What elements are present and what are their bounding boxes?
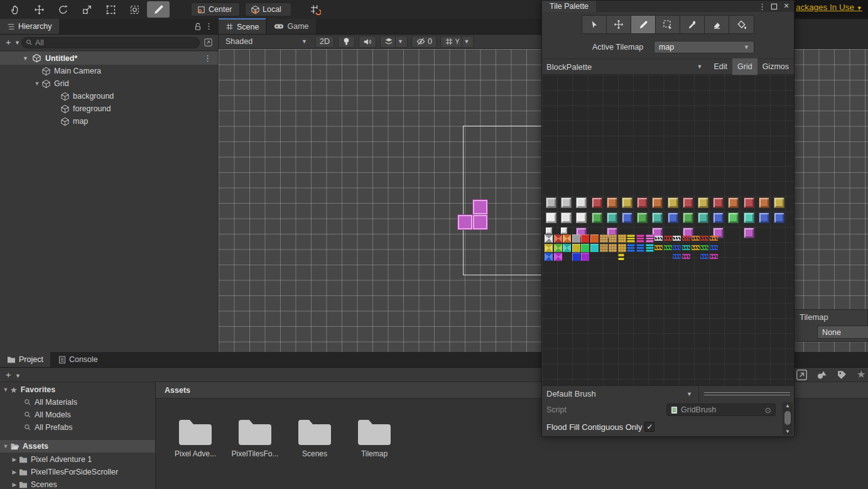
close-icon[interactable]: ×: [784, 1, 789, 11]
create-asset-button[interactable]: ＋: [4, 370, 13, 381]
palette-tile[interactable]: [545, 244, 553, 252]
hand-tool-button[interactable]: [4, 1, 26, 18]
scene-expander-icon[interactable]: ▼: [23, 55, 28, 62]
palette-tile[interactable]: [713, 212, 724, 223]
scene-lighting-button[interactable]: [338, 36, 355, 48]
painted-tile[interactable]: [458, 215, 472, 229]
move-tool-button[interactable]: [28, 1, 50, 18]
palette-tile[interactable]: [759, 212, 769, 223]
palette-tile[interactable]: [744, 228, 754, 238]
scrollbar-thumb[interactable]: [784, 411, 791, 425]
palette-tile[interactable]: [652, 197, 663, 208]
palette-tile[interactable]: [728, 197, 739, 208]
palette-tile[interactable]: [554, 253, 562, 261]
palette-tile[interactable]: [592, 197, 602, 208]
tab-console[interactable]: Console: [52, 352, 105, 367]
palette-tile[interactable]: [698, 197, 708, 208]
palette-tile[interactable]: [545, 234, 553, 243]
palette-tile[interactable]: [636, 234, 644, 243]
palette-tile[interactable]: [546, 228, 552, 234]
scene-grid-settings-button[interactable]: Y ▼: [440, 36, 474, 48]
scene-visibility-button[interactable]: 0: [411, 36, 437, 48]
palette-tile[interactable]: [664, 236, 672, 241]
palette-tile[interactable]: [572, 253, 580, 261]
favorites-star-icon[interactable]: ★: [857, 368, 865, 380]
tile-palette-title-tab[interactable]: Tile Palette: [542, 1, 596, 12]
palette-tile[interactable]: [607, 212, 617, 223]
hierarchy-item-main-camera[interactable]: Main Camera: [0, 65, 218, 77]
palette-paint-tool[interactable]: [631, 16, 656, 33]
palette-tile[interactable]: [600, 244, 608, 252]
painted-tile[interactable]: [473, 200, 487, 214]
palette-tile[interactable]: [774, 197, 784, 208]
palette-tile[interactable]: [673, 245, 681, 250]
palette-tile[interactable]: [646, 234, 654, 243]
tile-palette-grid[interactable]: [542, 75, 794, 385]
palette-tile[interactable]: [622, 212, 632, 223]
palette-tile[interactable]: [700, 236, 708, 241]
palette-tile[interactable]: [759, 197, 769, 208]
tree-all-materials[interactable]: All Materials: [0, 396, 155, 409]
palette-tile[interactable]: [682, 245, 690, 250]
effects-dropdown-icon[interactable]: ▼: [398, 38, 403, 45]
palette-box-fill-tool[interactable]: [656, 16, 680, 33]
palette-tile[interactable]: [600, 234, 608, 243]
tile-palette-titlebar[interactable]: Tile Palette ⋮ ×: [542, 1, 794, 12]
transform-tool-button[interactable]: [123, 1, 146, 18]
script-object-field[interactable]: GridBrush ⊙: [666, 404, 776, 416]
palette-tile[interactable]: [581, 253, 589, 261]
tab-project[interactable]: Project: [0, 352, 50, 367]
add-dropdown-icon[interactable]: ▼: [14, 40, 20, 46]
palette-tile[interactable]: [609, 244, 617, 252]
filter-by-label-icon[interactable]: [837, 370, 847, 380]
palette-tile[interactable]: [668, 197, 678, 208]
palette-tile[interactable]: [637, 212, 648, 223]
tree-all-prefabs[interactable]: All Prefabs: [0, 421, 155, 434]
palette-tile[interactable]: [554, 234, 562, 243]
palette-tile[interactable]: [692, 245, 700, 250]
palette-tile[interactable]: [618, 244, 626, 252]
hierarchy-item-map[interactable]: map: [0, 115, 218, 128]
shading-mode-dropdown[interactable]: Shaded ▼: [221, 36, 312, 48]
tree-all-models[interactable]: All Models: [0, 409, 155, 421]
palette-tile[interactable]: [636, 244, 644, 252]
palette-tile[interactable]: [744, 197, 754, 208]
palette-picker-tool[interactable]: [680, 16, 705, 33]
tree-favorites[interactable]: ▼★Favorites: [0, 383, 155, 396]
palette-tile[interactable]: [563, 234, 571, 243]
tree-pixeltilesforsidescroller[interactable]: ▶PixelTilesForSideScroller: [0, 466, 155, 478]
palette-tile[interactable]: [713, 197, 724, 208]
tab-scene[interactable]: Scene: [219, 18, 266, 34]
palette-tile[interactable]: [561, 197, 572, 208]
rotate-tool-button[interactable]: [52, 1, 74, 18]
hierarchy-item-grid[interactable]: ▼Grid: [0, 77, 218, 90]
palette-tile[interactable]: [652, 212, 663, 223]
palette-tile[interactable]: [546, 212, 556, 223]
asset-folder-pixeltilesfo[interactable]: PixelTilesFo...: [228, 415, 282, 458]
palette-tile[interactable]: [646, 244, 654, 252]
palette-tile[interactable]: [622, 197, 632, 208]
scale-tool-button[interactable]: [75, 1, 98, 18]
tree-pixel-adventure-1[interactable]: ▶Pixel Adventure 1: [0, 453, 155, 466]
brush-dropdown[interactable]: Default Brush: [546, 389, 596, 398]
palette-tile[interactable]: [576, 212, 587, 223]
palette-tile[interactable]: [774, 212, 784, 223]
rect-tool-button[interactable]: [99, 1, 122, 18]
hierarchy-menu-icon[interactable]: ⋮: [205, 21, 213, 31]
palette-tile[interactable]: [627, 234, 635, 243]
palette-tile[interactable]: [609, 234, 617, 243]
palette-tile[interactable]: [682, 254, 690, 259]
palette-select-tool[interactable]: [582, 16, 607, 33]
filter-by-type-icon[interactable]: [816, 370, 828, 380]
palette-tile[interactable]: [563, 244, 571, 252]
open-in-window-icon[interactable]: [203, 38, 213, 47]
palette-tile[interactable]: [744, 212, 754, 223]
palette-tile[interactable]: [572, 244, 580, 252]
palette-tile[interactable]: [692, 236, 700, 241]
asset-folder-pixel-adve[interactable]: Pixel Adve...: [168, 415, 222, 458]
palette-tile[interactable]: [545, 253, 553, 261]
palette-tile[interactable]: [618, 253, 624, 261]
hierarchy-tab[interactable]: Hierarchy: [0, 19, 59, 34]
pivot-mode-button[interactable]: Center: [191, 3, 240, 16]
create-dropdown-icon[interactable]: ▼: [15, 373, 21, 379]
